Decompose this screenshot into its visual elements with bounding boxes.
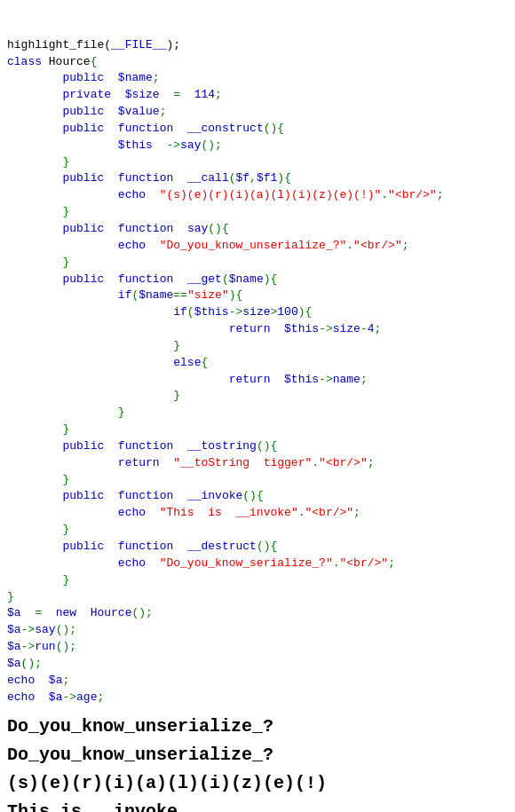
code-line-13	[7, 222, 62, 235]
code-line-22	[7, 373, 229, 386]
output-line-1: Do_you_know_unserialize_?	[7, 713, 508, 741]
output-block: Do_you_know_unserialize_? Do_you_know_un…	[0, 709, 515, 812]
code-line-38: $a	[7, 640, 21, 653]
code-line-37: $a	[7, 623, 21, 636]
code-line-29	[7, 489, 62, 502]
code-line-5	[7, 88, 62, 101]
code-line-26	[7, 439, 62, 453]
code-line-21	[7, 356, 173, 369]
code-line-3: class	[7, 55, 42, 68]
code-line-11	[7, 188, 118, 201]
code-line-19	[7, 322, 229, 335]
code-line-9	[7, 155, 62, 169]
code-line-27	[7, 456, 118, 469]
code-line-35: }	[7, 590, 14, 603]
code-line-41: echo	[7, 690, 35, 704]
code-line-28	[7, 473, 62, 486]
code-line-16	[7, 272, 62, 286]
code-line-39: $a	[7, 657, 21, 670]
output-line-4: This is __invoke	[7, 798, 508, 812]
code-line-8	[7, 138, 118, 152]
code-line-34	[7, 573, 62, 587]
code-line-18	[7, 305, 173, 319]
code-line-25	[7, 422, 62, 436]
code-line-14	[7, 239, 118, 252]
code-line-7	[7, 122, 62, 135]
code-block: highlight_file(__FILE__); class Hource{ …	[0, 0, 515, 709]
code-line-1: highlight_file(__FILE__); class Hource{ …	[7, 38, 444, 704]
code-line-30	[7, 506, 118, 519]
code-line-23	[7, 389, 173, 402]
code-line-17	[7, 288, 118, 302]
code-line-20	[7, 339, 173, 352]
code-line-15	[7, 256, 62, 269]
code-line-31	[7, 523, 62, 536]
code-line-33	[7, 556, 118, 570]
code-line-4	[7, 71, 62, 84]
code-line-6	[7, 105, 62, 118]
code-line-10	[7, 171, 62, 185]
output-line-3: (s)(e)(r)(i)(a)(l)(i)(z)(e)(!)	[7, 769, 508, 798]
code-line-36: $a	[7, 606, 21, 619]
code-line-40: echo	[7, 674, 35, 687]
code-line-32	[7, 540, 62, 553]
output-line-2: Do_you_know_unserialize_?	[7, 741, 508, 769]
code-line-2: highlight_file(__FILE__);	[7, 38, 180, 51]
code-line-24	[7, 406, 118, 419]
code-line-12	[7, 205, 62, 218]
